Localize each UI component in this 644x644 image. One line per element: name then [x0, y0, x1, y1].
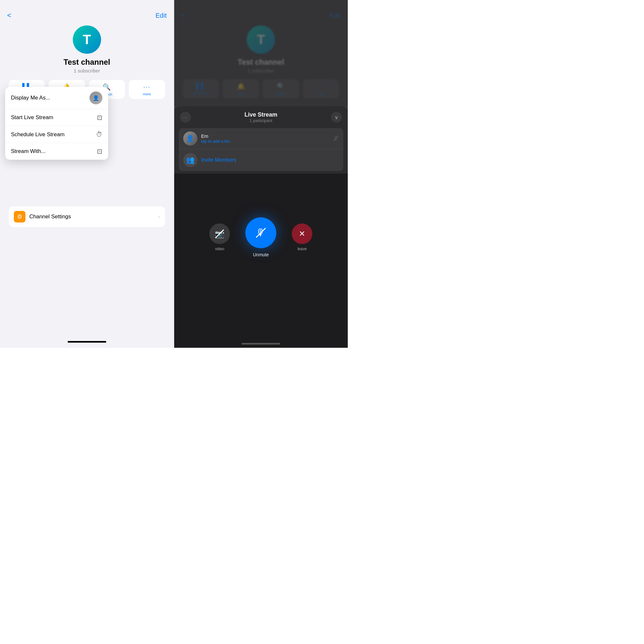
chevron-down-icon: ∨: [335, 114, 338, 120]
right-top-overlay: [174, 0, 348, 106]
left-action-more[interactable]: ··· more: [129, 80, 165, 99]
dropdown-item-start-livestream[interactable]: Start Live Stream ⊡: [5, 109, 108, 126]
participant-name: Em: [201, 133, 333, 139]
start-live-stream-label: Start Live Stream: [11, 114, 53, 121]
dropdown-item-stream-with[interactable]: Stream With... ⊡: [5, 143, 108, 160]
stream-with-icon: ⊡: [97, 147, 102, 155]
left-panel: < Edit T Test channel 1 subscriber ▌▌ li…: [0, 0, 174, 348]
more-icon: ···: [143, 83, 151, 90]
participant-row: 👤 Em tap to add a bio 🎙: [179, 128, 344, 149]
schedule-icon: ⏱: [96, 131, 102, 138]
settings-icon: ⚙: [14, 211, 25, 223]
unmute-control-group: 🎙 Unmute: [245, 217, 276, 257]
leave-icon: ✕: [299, 229, 305, 238]
display-me-as-label: Display Me As...: [11, 95, 50, 101]
dropdown-menu: Display Me As... 👤 Start Live Stream ⊡ S…: [5, 87, 108, 160]
video-off-icon: 📷: [215, 229, 224, 239]
left-subscriber-count: 1 subscriber: [74, 68, 100, 73]
channel-settings-row[interactable]: ⚙ Channel Settings ›: [9, 206, 165, 227]
left-edit-button[interactable]: Edit: [156, 12, 166, 19]
invite-members-row[interactable]: 👥 Invite Members: [179, 149, 344, 171]
left-avatar: T: [73, 25, 101, 54]
video-button[interactable]: 📷: [209, 223, 230, 244]
live-stream-title: Live Stream: [244, 111, 277, 118]
video-control-group: 📷 video: [209, 223, 230, 251]
controls-area: 📷 video 🎙 Unmute: [174, 174, 348, 283]
invite-label: Invite Members: [201, 157, 236, 163]
content-rows: ⚙ Channel Settings ›: [9, 206, 165, 227]
left-more-label: more: [143, 92, 151, 96]
live-stream-more-button[interactable]: ···: [180, 112, 191, 123]
stream-with-label: Stream With...: [11, 148, 46, 155]
channel-settings-right: ›: [158, 214, 160, 220]
unmute-label: Unmute: [253, 252, 269, 257]
live-stream-header: ··· Live Stream 1 participant ∨: [174, 106, 348, 126]
dropdown-item-display-me-as[interactable]: Display Me As... 👤: [5, 87, 108, 109]
participant-avatar: 👤: [183, 131, 197, 146]
participant-bio[interactable]: tap to add a bio: [201, 139, 333, 144]
left-home-indicator: [68, 341, 106, 343]
right-panel: < Edit T Test channel 1 subscriber ▌▌ li…: [174, 0, 348, 348]
right-home-indicator: [241, 343, 280, 345]
controls-row: 📷 video 🎙 Unmute: [209, 217, 312, 257]
leave-label: leave: [298, 247, 307, 251]
leave-button[interactable]: ✕: [292, 223, 312, 244]
unmute-button[interactable]: 🎙: [245, 217, 276, 248]
live-stream-panel: ··· Live Stream 1 participant ∨ 👤 Em tap…: [174, 106, 348, 283]
leave-control-group: ✕ leave: [292, 223, 312, 251]
participant-list: 👤 Em tap to add a bio 🎙 👥 Invite Members: [179, 128, 344, 171]
schedule-live-stream-label: Schedule Live Stream: [11, 131, 64, 138]
participant-muted-icon: 🎙: [333, 135, 339, 142]
left-nav-bar: < Edit: [0, 11, 174, 20]
chevron-icon: ›: [158, 214, 160, 220]
bottom-controls: 📷 video 🎙 Unmute: [174, 217, 348, 257]
mic-muted-icon: 🎙: [254, 226, 267, 239]
invite-icon: 👥: [183, 153, 197, 167]
start-stream-icon: ⊡: [97, 114, 102, 121]
avatar-letter: T: [83, 32, 91, 47]
participant-info: Em tap to add a bio: [201, 133, 333, 144]
left-channel-name: Test channel: [63, 58, 110, 67]
dropdown-item-schedule-livestream[interactable]: Schedule Live Stream ⏱: [5, 126, 108, 143]
live-stream-collapse-button[interactable]: ∨: [331, 112, 342, 123]
more-dots-icon: ···: [183, 115, 188, 120]
live-stream-title-group: Live Stream 1 participant: [244, 111, 277, 123]
video-label: video: [215, 247, 224, 251]
channel-settings-label: Channel Settings: [29, 213, 71, 220]
live-stream-participant-count: 1 participant: [244, 118, 277, 123]
left-back-button[interactable]: <: [7, 11, 11, 20]
display-me-as-avatar: 👤: [90, 91, 102, 104]
